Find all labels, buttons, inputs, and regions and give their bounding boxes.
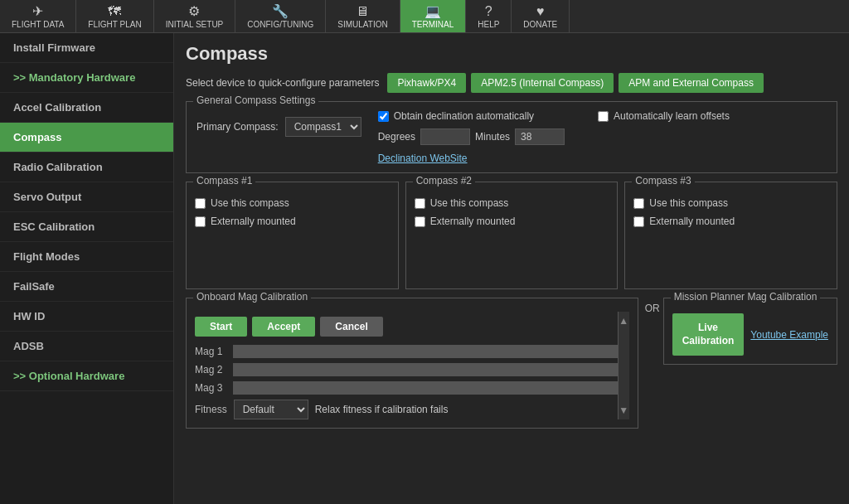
- mag3-bar: [233, 381, 618, 395]
- or-label: OR: [645, 303, 660, 314]
- mag3-label: Mag 3: [195, 382, 226, 394]
- compass2-use-label: Use this compass: [430, 197, 509, 209]
- sidebar-mandatory-hardware-header: >> Mandatory Hardware: [0, 63, 173, 93]
- scroll-down-arrow[interactable]: ▼: [619, 401, 628, 419]
- sidebar-item-failsafe[interactable]: FailSafe: [0, 272, 173, 302]
- auto-learn-row: Automatically learn offsets: [598, 110, 730, 122]
- cancel-button[interactable]: Cancel: [320, 317, 382, 337]
- compass1-inner: Use this compass Externally mounted: [195, 197, 390, 227]
- compass1-legend: Compass #1: [193, 175, 255, 187]
- compass2-use-row: Use this compass: [415, 197, 609, 209]
- mag2-row: Mag 2: [195, 363, 618, 376]
- onboard-cal-left: Start Accept Cancel Mag 1 Mag 2: [195, 312, 618, 419]
- content-area: Compass Select device to quick-configure…: [174, 33, 849, 504]
- toolbar: ✈ FLIGHT DATA 🗺 FLIGHT PLAN ⚙ INITIAL SE…: [0, 0, 849, 33]
- scrollbar[interactable]: ▲ ▼: [618, 312, 629, 419]
- onboard-cal-box: Onboard Mag Calibration Start Accept Can…: [186, 298, 638, 429]
- auto-learn-label: Automatically learn offsets: [614, 110, 730, 122]
- onboard-cal-legend: Onboard Mag Calibration: [193, 291, 311, 303]
- compass1-use-label: Use this compass: [211, 197, 289, 209]
- compass-panels-row: Compass #1 Use this compass Externally m…: [186, 182, 837, 289]
- terminal-icon: 💻: [424, 3, 441, 19]
- compass3-external-checkbox[interactable]: [633, 216, 644, 227]
- degrees-input[interactable]: [420, 128, 470, 145]
- sidebar-item-accel-calibration[interactable]: Accel Calibration: [0, 93, 173, 123]
- sidebar-item-compass[interactable]: Compass: [0, 123, 173, 153]
- live-calibration-button[interactable]: LiveCalibration: [672, 313, 745, 356]
- onboard-cal-inner: Start Accept Cancel Mag 1 Mag 2: [195, 312, 629, 419]
- simulation-icon: 🖥: [356, 4, 369, 19]
- cal-buttons-row: Start Accept Cancel: [195, 317, 618, 337]
- compass1-use-checkbox[interactable]: [195, 198, 206, 209]
- compass1-external-label: Externally mounted: [211, 216, 296, 227]
- compass3-legend: Compass #3: [632, 175, 694, 187]
- help-icon: ?: [485, 4, 492, 19]
- device-btn-apm-external[interactable]: APM and External Compass: [619, 73, 764, 93]
- page-title: Compass: [186, 43, 837, 65]
- toolbar-help[interactable]: ? HELP: [466, 0, 512, 32]
- primary-compass-select[interactable]: Compass1 Compass2 Compass3: [285, 117, 361, 137]
- obtain-declination-checkbox[interactable]: [378, 111, 389, 122]
- device-btn-pixhawk[interactable]: Pixhawk/PX4: [387, 73, 466, 93]
- device-select-row: Select device to quick-configure paramet…: [186, 73, 837, 93]
- compass2-use-checkbox[interactable]: [415, 198, 425, 209]
- fitness-label: Fitness: [195, 404, 227, 415]
- auto-learn-col: Automatically learn offsets: [598, 110, 730, 122]
- primary-compass-label: Primary Compass:: [196, 121, 279, 133]
- toolbar-flight-data[interactable]: ✈ FLIGHT DATA: [0, 0, 76, 32]
- compass3-external-label: Externally mounted: [649, 216, 735, 227]
- fitness-select[interactable]: Default Relaxed Standard Strict: [234, 400, 308, 419]
- sidebar-item-servo-output[interactable]: Servo Output: [0, 182, 173, 212]
- device-btn-apm25[interactable]: APM2.5 (Internal Compass): [471, 73, 614, 93]
- minutes-label: Minutes: [475, 131, 510, 143]
- youtube-example-link[interactable]: Youtube Example: [750, 329, 828, 341]
- compass2-inner: Use this compass Externally mounted: [415, 197, 609, 227]
- mission-planner-wrapper: OR Mission Planner Mag Calibration LiveC…: [638, 298, 837, 429]
- compass2-external-checkbox[interactable]: [415, 216, 425, 227]
- compass1-external-row: Externally mounted: [195, 216, 390, 227]
- toolbar-simulation[interactable]: 🖥 SIMULATION: [326, 0, 400, 32]
- main-layout: Install Firmware >> Mandatory Hardware A…: [0, 33, 849, 504]
- accept-button[interactable]: Accept: [252, 317, 315, 337]
- general-settings-legend: General Compass Settings: [193, 94, 318, 106]
- mission-planner-legend: Mission Planner Mag Calibration: [671, 291, 821, 303]
- toolbar-donate[interactable]: ♥ DONATE: [512, 0, 570, 32]
- sidebar-item-adsb[interactable]: ADSB: [0, 332, 173, 361]
- compass2-external-label: Externally mounted: [430, 216, 516, 227]
- relax-label: Relax fitness if calibration fails: [315, 404, 449, 415]
- compass-panel-3: Compass #3 Use this compass Externally m…: [624, 182, 837, 289]
- sidebar-item-hw-id[interactable]: HW ID: [0, 302, 173, 332]
- sidebar-optional-hardware-header: >> Optional Hardware: [0, 361, 173, 391]
- compass2-legend: Compass #2: [413, 175, 475, 187]
- compass3-use-checkbox[interactable]: [633, 198, 644, 209]
- config-icon: 🔧: [272, 3, 289, 19]
- compass1-external-checkbox[interactable]: [195, 216, 206, 227]
- device-select-label: Select device to quick-configure paramet…: [186, 77, 379, 89]
- auto-learn-checkbox[interactable]: [598, 111, 609, 122]
- sidebar: Install Firmware >> Mandatory Hardware A…: [0, 33, 174, 504]
- compass3-use-label: Use this compass: [649, 197, 728, 209]
- mission-btns: LiveCalibration Youtube Example: [672, 313, 828, 356]
- toolbar-flight-plan[interactable]: 🗺 FLIGHT PLAN: [76, 0, 153, 32]
- right-settings-col: Obtain declination automatically Degrees…: [378, 110, 565, 164]
- mag1-label: Mag 1: [195, 346, 226, 357]
- toolbar-config-tuning[interactable]: 🔧 CONFIG/TUNING: [235, 0, 326, 32]
- minutes-input[interactable]: [515, 128, 565, 145]
- sidebar-item-esc-calibration[interactable]: ESC Calibration: [0, 212, 173, 242]
- sidebar-item-flight-modes[interactable]: Flight Modes: [0, 242, 173, 272]
- compass3-inner: Use this compass Externally mounted: [633, 197, 828, 227]
- general-compass-settings-box: General Compass Settings Primary Compass…: [186, 101, 837, 173]
- donate-icon: ♥: [536, 4, 545, 19]
- declination-link-row: Declination WebSite: [378, 152, 565, 164]
- toolbar-initial-setup[interactable]: ⚙ INITIAL SETUP: [154, 0, 236, 32]
- compass1-use-row: Use this compass: [195, 197, 390, 209]
- scroll-up-arrow[interactable]: ▲: [619, 312, 628, 330]
- toolbar-terminal[interactable]: 💻 TERMINAL: [400, 0, 467, 32]
- sidebar-item-install-firmware[interactable]: Install Firmware: [0, 33, 173, 63]
- start-button[interactable]: Start: [195, 317, 247, 337]
- mag1-row: Mag 1: [195, 345, 618, 358]
- flight-plan-icon: 🗺: [108, 4, 121, 19]
- declination-website-link[interactable]: Declination WebSite: [378, 153, 468, 164]
- primary-compass-row: Primary Compass: Compass1 Compass2 Compa…: [196, 117, 361, 137]
- sidebar-item-radio-calibration[interactable]: Radio Calibration: [0, 153, 173, 182]
